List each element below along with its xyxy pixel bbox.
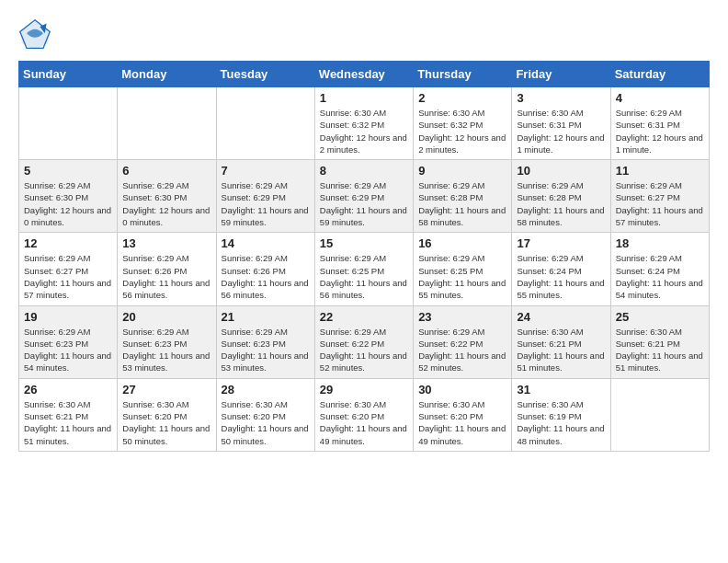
day-number: 5 [24, 164, 112, 178]
calendar-cell: 16Sunrise: 6:29 AM Sunset: 6:25 PM Dayli… [414, 233, 512, 305]
day-number: 11 [616, 164, 704, 178]
calendar-cell: 29Sunrise: 6:30 AM Sunset: 6:20 PM Dayli… [314, 378, 413, 451]
day-number: 1 [320, 91, 408, 105]
day-number: 27 [122, 383, 210, 396]
week-row-4: 19Sunrise: 6:29 AM Sunset: 6:23 PM Dayli… [19, 305, 710, 378]
day-info: Sunrise: 6:29 AM Sunset: 6:24 PM Dayligh… [616, 252, 704, 301]
calendar-cell: 1Sunrise: 6:30 AM Sunset: 6:32 PM Daylig… [314, 87, 413, 160]
day-info: Sunrise: 6:29 AM Sunset: 6:25 PM Dayligh… [320, 252, 408, 301]
weekday-header-friday: Friday [512, 62, 610, 87]
day-number: 2 [418, 91, 506, 105]
page: SundayMondayTuesdayWednesdayThursdayFrid… [0, 0, 728, 563]
calendar-cell: 19Sunrise: 6:29 AM Sunset: 6:23 PM Dayli… [19, 305, 118, 378]
day-number: 18 [616, 236, 704, 250]
day-number: 15 [320, 236, 408, 250]
day-number: 6 [122, 164, 210, 178]
day-number: 10 [517, 164, 605, 178]
day-number: 7 [222, 164, 310, 178]
week-row-5: 26Sunrise: 6:30 AM Sunset: 6:21 PM Dayli… [19, 378, 710, 451]
logo [18, 18, 53, 52]
weekday-header-saturday: Saturday [610, 62, 709, 87]
calendar-cell: 12Sunrise: 6:29 AM Sunset: 6:27 PM Dayli… [19, 233, 118, 305]
day-info: Sunrise: 6:29 AM Sunset: 6:29 PM Dayligh… [222, 179, 310, 228]
calendar-cell: 18Sunrise: 6:29 AM Sunset: 6:24 PM Dayli… [610, 233, 709, 305]
day-info: Sunrise: 6:29 AM Sunset: 6:25 PM Dayligh… [418, 252, 506, 301]
weekday-header-thursday: Thursday [414, 62, 512, 87]
weekday-header-wednesday: Wednesday [314, 62, 413, 87]
calendar-cell: 30Sunrise: 6:30 AM Sunset: 6:20 PM Dayli… [414, 378, 512, 451]
day-info: Sunrise: 6:30 AM Sunset: 6:21 PM Dayligh… [24, 398, 112, 447]
calendar-cell [118, 87, 216, 160]
calendar-cell [19, 87, 118, 160]
day-number: 17 [517, 236, 605, 250]
calendar-cell: 26Sunrise: 6:30 AM Sunset: 6:21 PM Dayli… [19, 378, 118, 451]
day-info: Sunrise: 6:29 AM Sunset: 6:26 PM Dayligh… [122, 252, 210, 301]
day-info: Sunrise: 6:29 AM Sunset: 6:28 PM Dayligh… [517, 179, 605, 228]
day-info: Sunrise: 6:29 AM Sunset: 6:31 PM Dayligh… [616, 107, 704, 155]
day-info: Sunrise: 6:30 AM Sunset: 6:32 PM Dayligh… [320, 107, 408, 155]
day-info: Sunrise: 6:29 AM Sunset: 6:26 PM Dayligh… [222, 252, 310, 301]
day-number: 14 [222, 236, 310, 250]
day-info: Sunrise: 6:30 AM Sunset: 6:32 PM Dayligh… [418, 107, 506, 155]
day-number: 12 [24, 236, 112, 250]
calendar-cell: 8Sunrise: 6:29 AM Sunset: 6:29 PM Daylig… [314, 160, 413, 233]
day-info: Sunrise: 6:30 AM Sunset: 6:19 PM Dayligh… [517, 398, 605, 447]
day-number: 20 [122, 310, 210, 324]
calendar-cell: 17Sunrise: 6:29 AM Sunset: 6:24 PM Dayli… [512, 233, 610, 305]
calendar-cell: 28Sunrise: 6:30 AM Sunset: 6:20 PM Dayli… [216, 378, 314, 451]
day-number: 31 [517, 383, 605, 396]
day-number: 9 [418, 164, 506, 178]
calendar-cell: 14Sunrise: 6:29 AM Sunset: 6:26 PM Dayli… [216, 233, 314, 305]
day-number: 26 [24, 383, 112, 396]
day-info: Sunrise: 6:30 AM Sunset: 6:20 PM Dayligh… [222, 398, 310, 447]
calendar-cell: 24Sunrise: 6:30 AM Sunset: 6:21 PM Dayli… [512, 305, 610, 378]
calendar-cell: 21Sunrise: 6:29 AM Sunset: 6:23 PM Dayli… [216, 305, 314, 378]
calendar-cell: 5Sunrise: 6:29 AM Sunset: 6:30 PM Daylig… [19, 160, 118, 233]
day-number: 8 [320, 164, 408, 178]
day-number: 30 [418, 383, 506, 396]
day-info: Sunrise: 6:29 AM Sunset: 6:24 PM Dayligh… [517, 252, 605, 301]
calendar-cell: 22Sunrise: 6:29 AM Sunset: 6:22 PM Dayli… [314, 305, 413, 378]
day-info: Sunrise: 6:29 AM Sunset: 6:27 PM Dayligh… [24, 252, 112, 301]
day-number: 16 [418, 236, 506, 250]
day-info: Sunrise: 6:30 AM Sunset: 6:21 PM Dayligh… [517, 326, 605, 374]
day-info: Sunrise: 6:29 AM Sunset: 6:22 PM Dayligh… [320, 326, 408, 374]
day-info: Sunrise: 6:30 AM Sunset: 6:20 PM Dayligh… [122, 398, 210, 447]
day-number: 3 [517, 91, 605, 105]
header [18, 15, 710, 52]
day-info: Sunrise: 6:29 AM Sunset: 6:23 PM Dayligh… [122, 326, 210, 374]
day-number: 23 [418, 310, 506, 324]
calendar-cell: 6Sunrise: 6:29 AM Sunset: 6:30 PM Daylig… [118, 160, 216, 233]
day-info: Sunrise: 6:30 AM Sunset: 6:31 PM Dayligh… [517, 107, 605, 155]
day-info: Sunrise: 6:29 AM Sunset: 6:29 PM Dayligh… [320, 179, 408, 228]
weekday-header-tuesday: Tuesday [216, 62, 314, 87]
day-info: Sunrise: 6:29 AM Sunset: 6:22 PM Dayligh… [418, 326, 506, 374]
day-info: Sunrise: 6:30 AM Sunset: 6:20 PM Dayligh… [418, 398, 506, 447]
week-row-1: 1Sunrise: 6:30 AM Sunset: 6:32 PM Daylig… [19, 87, 710, 160]
weekday-header-sunday: Sunday [19, 62, 118, 87]
week-row-3: 12Sunrise: 6:29 AM Sunset: 6:27 PM Dayli… [19, 233, 710, 305]
day-number: 4 [616, 91, 704, 105]
day-info: Sunrise: 6:30 AM Sunset: 6:20 PM Dayligh… [320, 398, 408, 447]
calendar-cell: 23Sunrise: 6:29 AM Sunset: 6:22 PM Dayli… [414, 305, 512, 378]
calendar-cell: 15Sunrise: 6:29 AM Sunset: 6:25 PM Dayli… [314, 233, 413, 305]
day-number: 25 [616, 310, 704, 324]
day-info: Sunrise: 6:29 AM Sunset: 6:23 PM Dayligh… [24, 326, 112, 374]
calendar-cell: 3Sunrise: 6:30 AM Sunset: 6:31 PM Daylig… [512, 87, 610, 160]
calendar-cell: 13Sunrise: 6:29 AM Sunset: 6:26 PM Dayli… [118, 233, 216, 305]
day-info: Sunrise: 6:30 AM Sunset: 6:21 PM Dayligh… [616, 326, 704, 374]
weekday-header-row: SundayMondayTuesdayWednesdayThursdayFrid… [19, 62, 710, 87]
calendar-cell: 31Sunrise: 6:30 AM Sunset: 6:19 PM Dayli… [512, 378, 610, 451]
week-row-2: 5Sunrise: 6:29 AM Sunset: 6:30 PM Daylig… [19, 160, 710, 233]
calendar-cell: 4Sunrise: 6:29 AM Sunset: 6:31 PM Daylig… [610, 87, 709, 160]
weekday-header-monday: Monday [118, 62, 216, 87]
day-number: 21 [222, 310, 310, 324]
logo-icon [18, 18, 51, 52]
day-info: Sunrise: 6:29 AM Sunset: 6:30 PM Dayligh… [122, 179, 210, 228]
day-info: Sunrise: 6:29 AM Sunset: 6:28 PM Dayligh… [418, 179, 506, 228]
day-number: 22 [320, 310, 408, 324]
calendar-cell: 2Sunrise: 6:30 AM Sunset: 6:32 PM Daylig… [414, 87, 512, 160]
calendar-cell: 20Sunrise: 6:29 AM Sunset: 6:23 PM Dayli… [118, 305, 216, 378]
calendar-cell [216, 87, 314, 160]
day-info: Sunrise: 6:29 AM Sunset: 6:27 PM Dayligh… [616, 179, 704, 228]
